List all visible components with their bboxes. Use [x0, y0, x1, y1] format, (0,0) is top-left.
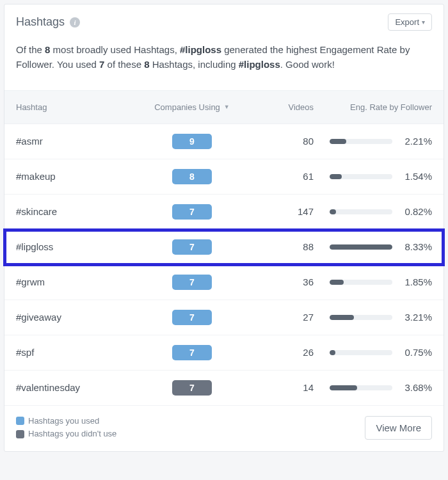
eng-value: 3.21%: [392, 312, 432, 323]
legend-used-label: Hashtags you used: [28, 415, 99, 428]
table-row[interactable]: #makeup8611.54%: [4, 159, 444, 195]
cell-videos: 61: [250, 171, 314, 182]
eng-bar-track: [330, 280, 392, 285]
cell-eng: 3.21%: [314, 312, 432, 323]
eng-value: 3.68%: [392, 382, 432, 393]
hashtags-card: Hashtags i Export ▾ Of the 8 most broadl…: [4, 4, 444, 452]
eng-bar-track: [330, 315, 392, 320]
cell-hashtag: #skincare: [16, 206, 134, 217]
summary-span: Of the: [16, 44, 45, 55]
eng-bar-track: [330, 350, 392, 355]
cell-videos: 147: [250, 206, 314, 217]
cell-videos: 14: [250, 382, 314, 393]
card-footer: Hashtags you used Hashtags you didn't us…: [4, 406, 444, 452]
export-label: Export: [395, 17, 419, 27]
table-row[interactable]: #spf7260.75%: [4, 335, 444, 371]
view-more-button[interactable]: View More: [365, 416, 432, 440]
eng-bar-fill: [330, 139, 346, 144]
companies-pill: 7: [172, 239, 212, 255]
sort-caret-icon: ▼: [224, 104, 230, 110]
cell-eng: 1.85%: [314, 276, 432, 287]
card-title-text: Hashtags: [16, 15, 65, 29]
eng-bar-fill: [330, 385, 357, 390]
card-title: Hashtags i: [16, 15, 80, 29]
swatch-used-icon: [16, 417, 24, 425]
cell-hashtag: #makeup: [16, 171, 134, 182]
col-header-companies-label: Companies Using: [154, 102, 220, 112]
summary-bold: 8: [144, 59, 149, 70]
swatch-unused-icon: [16, 430, 24, 438]
eng-value: 0.82%: [392, 206, 432, 217]
table-row[interactable]: #valentinesday7143.68%: [4, 371, 444, 406]
companies-pill: 7: [172, 204, 212, 220]
cell-companies: 7: [134, 239, 250, 255]
eng-bar-fill: [330, 280, 344, 285]
legend: Hashtags you used Hashtags you didn't us…: [16, 415, 116, 442]
legend-unused: Hashtags you didn't use: [16, 428, 116, 441]
cell-companies: 7: [134, 310, 250, 325]
eng-bar-track: [330, 139, 392, 144]
summary-span: of these: [104, 59, 144, 70]
companies-pill: 7: [172, 275, 212, 290]
cell-hashtag: #giveaway: [16, 312, 134, 323]
table-row[interactable]: #giveaway7273.21%: [4, 300, 444, 335]
card-header: Hashtags i Export ▾: [4, 4, 444, 36]
eng-value: 1.85%: [392, 276, 432, 287]
cell-hashtag: #spf: [16, 347, 134, 358]
cell-eng: 0.75%: [314, 347, 432, 358]
cell-eng: 3.68%: [314, 382, 432, 393]
eng-bar-fill: [330, 315, 354, 320]
cell-eng: 2.21%: [314, 136, 432, 147]
companies-pill: 9: [172, 134, 212, 149]
col-header-videos[interactable]: Videos: [250, 102, 314, 112]
cell-eng: 0.82%: [314, 206, 432, 217]
cell-hashtag: #valentinesday: [16, 382, 134, 393]
legend-used: Hashtags you used: [16, 415, 116, 428]
legend-unused-label: Hashtags you didn't use: [28, 428, 116, 441]
table-row[interactable]: #grwm7361.85%: [4, 265, 444, 300]
col-header-companies[interactable]: Companies Using ▼: [134, 102, 250, 112]
companies-pill: 8: [172, 169, 212, 184]
summary-bold: #lipgloss: [239, 59, 280, 70]
eng-bar-fill: [330, 244, 392, 250]
cell-companies: 8: [134, 169, 250, 184]
export-button[interactable]: Export ▾: [388, 13, 432, 31]
summary-text: Of the 8 most broadly used Hashtags, #li…: [4, 36, 444, 90]
cell-companies: 7: [134, 380, 250, 396]
col-header-eng[interactable]: Eng. Rate by Follower: [314, 102, 432, 112]
eng-bar-fill: [330, 174, 342, 179]
table-header-row: Hashtag Companies Using ▼ Videos Eng. Ra…: [4, 90, 444, 124]
cell-companies: 7: [134, 204, 250, 220]
cell-hashtag: #lipgloss: [16, 241, 134, 252]
summary-span: Hashtags, including: [150, 59, 239, 70]
cell-companies: 7: [134, 345, 250, 360]
table-row[interactable]: #lipgloss7888.33%: [4, 230, 444, 265]
table-row[interactable]: #skincare71470.82%: [4, 195, 444, 230]
cell-videos: 26: [250, 347, 314, 358]
companies-pill: 7: [172, 380, 212, 396]
summary-bold: #lipgloss: [180, 44, 221, 55]
cell-eng: 1.54%: [314, 171, 432, 182]
eng-bar-track: [330, 385, 392, 390]
eng-bar-track: [330, 244, 392, 250]
cell-videos: 88: [250, 241, 314, 252]
table-body: #asmr9802.21%#makeup8611.54%#skincare714…: [4, 124, 444, 406]
eng-value: 1.54%: [392, 171, 432, 182]
cell-videos: 80: [250, 136, 314, 147]
cell-eng: 8.33%: [314, 241, 432, 252]
cell-hashtag: #grwm: [16, 276, 134, 287]
info-icon[interactable]: i: [70, 17, 80, 28]
cell-companies: 9: [134, 134, 250, 149]
eng-bar-track: [330, 209, 392, 214]
cell-videos: 36: [250, 276, 314, 287]
companies-pill: 7: [172, 310, 212, 325]
cell-companies: 7: [134, 275, 250, 290]
chevron-down-icon: ▾: [422, 19, 425, 26]
cell-hashtag: #asmr: [16, 136, 134, 147]
col-header-hashtag[interactable]: Hashtag: [16, 102, 134, 112]
companies-pill: 7: [172, 345, 212, 360]
eng-value: 2.21%: [392, 136, 432, 147]
eng-bar-fill: [330, 350, 335, 355]
table-row[interactable]: #asmr9802.21%: [4, 124, 444, 159]
eng-bar-track: [330, 174, 392, 179]
